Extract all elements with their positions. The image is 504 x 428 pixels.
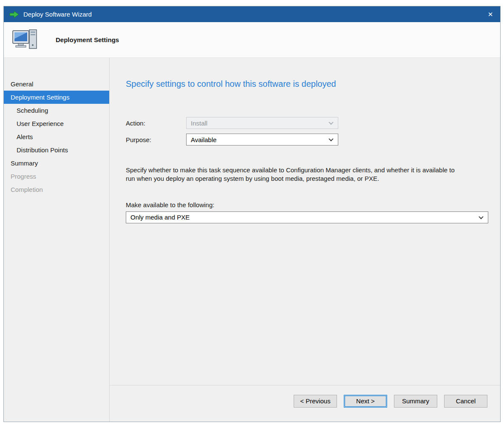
wizard-body: General Deployment Settings Scheduling U… <box>4 58 500 422</box>
action-combobox: Install <box>186 117 338 129</box>
availability-description: Specify whether to make this task sequen… <box>126 166 462 183</box>
sidebar-item-user-experience[interactable]: User Experience <box>4 117 109 130</box>
sidebar-item-general[interactable]: General <box>4 77 109 91</box>
summary-button[interactable]: Summary <box>394 395 437 408</box>
chevron-down-icon <box>328 120 333 125</box>
purpose-row: Purpose: Available <box>126 134 488 146</box>
availability-value: Only media and PXE <box>130 214 479 221</box>
window-title: Deploy Software Wizard <box>23 11 483 18</box>
content-heading: Specify settings to control how this sof… <box>126 79 488 89</box>
sidebar-item-deployment-settings[interactable]: Deployment Settings <box>4 91 109 104</box>
page-title: Deployment Settings <box>56 36 119 43</box>
purpose-value: Available <box>191 136 329 143</box>
chevron-down-icon <box>328 137 333 141</box>
sidebar-item-scheduling[interactable]: Scheduling <box>4 104 109 117</box>
action-row: Action: Install <box>126 117 488 129</box>
purpose-label: Purpose: <box>126 136 186 143</box>
wizard-header: Deployment Settings <box>4 22 500 58</box>
availability-label: Make available to the following: <box>126 201 488 208</box>
wizard-step-list: General Deployment Settings Scheduling U… <box>4 58 110 422</box>
sidebar-item-progress: Progress <box>4 170 109 183</box>
sidebar-item-completion: Completion <box>4 183 109 196</box>
deployment-settings-page: Specify settings to control how this sof… <box>110 58 500 385</box>
deploy-software-wizard-window: Deploy Software Wizard ✕ Deployment Sett… <box>3 6 501 422</box>
chevron-down-icon <box>479 214 483 219</box>
action-value: Install <box>191 120 329 127</box>
action-label: Action: <box>126 120 186 127</box>
wizard-content: Specify settings to control how this sof… <box>110 58 500 422</box>
purpose-combobox[interactable]: Available <box>186 134 338 146</box>
deploy-arrow-icon <box>9 11 19 18</box>
computer-icon <box>12 29 38 51</box>
sidebar-item-summary[interactable]: Summary <box>4 157 109 170</box>
cancel-button[interactable]: Cancel <box>444 395 487 408</box>
wizard-footer: < Previous Next > Summary Cancel <box>110 385 500 422</box>
titlebar[interactable]: Deploy Software Wizard ✕ <box>4 6 500 22</box>
availability-combobox[interactable]: Only media and PXE <box>126 211 488 223</box>
sidebar-item-alerts[interactable]: Alerts <box>4 130 109 143</box>
close-icon[interactable]: ✕ <box>483 9 498 20</box>
next-button[interactable]: Next > <box>344 395 387 408</box>
sidebar-item-distribution-points[interactable]: Distribution Points <box>4 143 109 157</box>
previous-button[interactable]: < Previous <box>294 395 337 408</box>
